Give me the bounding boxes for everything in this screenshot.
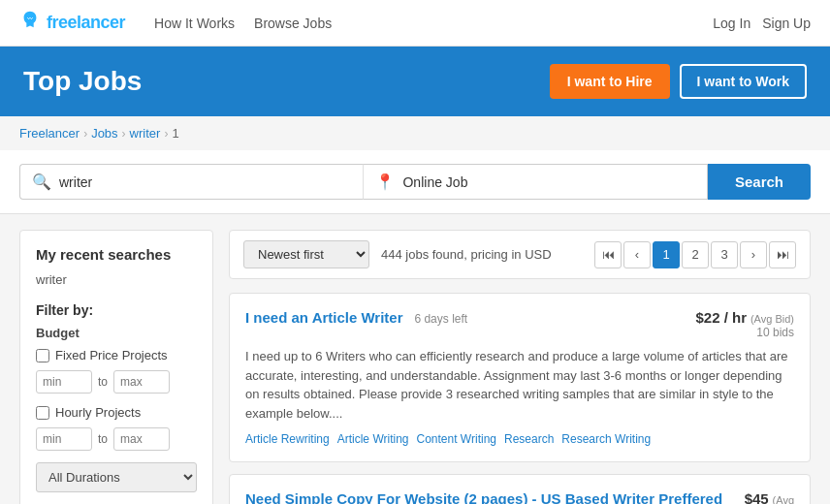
hire-button[interactable]: I want to Hire bbox=[550, 64, 670, 99]
job-card: I need an Article Writer 6 days left $22… bbox=[229, 293, 811, 462]
breadcrumb-writer[interactable]: writer bbox=[130, 126, 161, 141]
budget-label: Budget bbox=[36, 326, 197, 340]
page-prev-button[interactable]: ‹ bbox=[623, 241, 651, 268]
hourly-range-sep: to bbox=[98, 432, 108, 446]
nav-signup[interactable]: Sign Up bbox=[762, 16, 811, 31]
job-header: I need an Article Writer 6 days left $22… bbox=[245, 309, 794, 339]
hourly-row: Hourly Projects bbox=[36, 405, 197, 420]
job-tag[interactable]: Research bbox=[504, 432, 554, 446]
sort-select[interactable]: Newest first Oldest first Most relevant … bbox=[243, 240, 369, 268]
main-content: My recent searches writer Filter by: Bud… bbox=[0, 214, 830, 504]
breadcrumb: Freelancer › Jobs › writer › 1 bbox=[0, 116, 830, 150]
hero-banner: Top Jobs I want to Hire I want to Work bbox=[0, 47, 830, 116]
job-tag[interactable]: Content Writing bbox=[417, 432, 496, 446]
breadcrumb-page: 1 bbox=[172, 126, 178, 141]
search-input[interactable] bbox=[59, 174, 351, 190]
breadcrumb-freelancer[interactable]: Freelancer bbox=[19, 126, 80, 141]
sidebar: My recent searches writer Filter by: Bud… bbox=[19, 230, 213, 504]
job-card: Need Simple Copy For Website (2 pages) -… bbox=[229, 474, 811, 504]
page-first-button[interactable]: ⏮ bbox=[594, 241, 622, 268]
breadcrumb-sep-1: › bbox=[83, 127, 87, 141]
job-tags: Article Rewriting Article Writing Conten… bbox=[245, 432, 794, 446]
recent-search-item[interactable]: writer bbox=[36, 272, 197, 287]
job-tag[interactable]: Article Rewriting bbox=[245, 432, 330, 446]
hourly-checkbox[interactable] bbox=[36, 406, 49, 420]
work-button[interactable]: I want to Work bbox=[680, 64, 807, 99]
recent-searches-title: My recent searches bbox=[36, 246, 197, 263]
results-count: 444 jobs found, pricing in USD bbox=[381, 247, 583, 262]
job-bid-amount: $45 bbox=[745, 490, 769, 504]
logo-bird-icon bbox=[19, 10, 41, 37]
fixed-price-checkbox[interactable] bbox=[36, 349, 49, 362]
page-next-button[interactable]: › bbox=[740, 241, 767, 268]
fixed-price-label: Fixed Price Projects bbox=[55, 348, 168, 362]
filter-title: Filter by: bbox=[36, 302, 197, 318]
job-listings: Newest first Oldest first Most relevant … bbox=[229, 230, 811, 504]
job-bids-count: 10 bids bbox=[696, 326, 794, 339]
breadcrumb-sep-2: › bbox=[122, 127, 126, 141]
job-tag[interactable]: Article Writing bbox=[337, 432, 409, 446]
pagination: ⏮ ‹ 1 2 3 › ⏭ bbox=[594, 241, 796, 268]
job-bid: $22 / hr (Avg Bid) 10 bids bbox=[696, 309, 794, 339]
job-bid-amount: $22 / hr bbox=[696, 309, 748, 326]
breadcrumb-sep-3: › bbox=[164, 127, 168, 141]
results-toolbar: Newest first Oldest first Most relevant … bbox=[229, 230, 811, 279]
nav-browse-jobs[interactable]: Browse Jobs bbox=[254, 16, 332, 31]
nav-login[interactable]: Log In bbox=[713, 16, 750, 31]
duration-select[interactable]: All Durations Less than 1 week 1-4 weeks… bbox=[36, 462, 197, 492]
hourly-label: Hourly Projects bbox=[55, 405, 141, 420]
logo[interactable]: freelancer bbox=[19, 10, 125, 37]
nav-links: How It Works Browse Jobs bbox=[154, 16, 713, 31]
job-tag[interactable]: Research Writing bbox=[561, 432, 651, 446]
page-title: Top Jobs bbox=[23, 66, 142, 97]
page-3-button[interactable]: 3 bbox=[711, 241, 738, 268]
location-input-wrap: 📍 bbox=[363, 164, 707, 200]
navbar: freelancer How It Works Browse Jobs Log … bbox=[0, 0, 830, 47]
location-icon: 📍 bbox=[375, 173, 395, 191]
logo-text: freelancer bbox=[47, 13, 125, 33]
page-last-button[interactable]: ⏭ bbox=[769, 241, 796, 268]
job-description: I need up to 6 Writers who can efficient… bbox=[245, 347, 794, 423]
fixed-min-input[interactable] bbox=[36, 370, 92, 394]
job-bid-type: (Avg Bid) bbox=[750, 313, 794, 325]
location-input[interactable] bbox=[402, 174, 694, 190]
hourly-max-input[interactable] bbox=[113, 427, 170, 451]
fixed-max-input[interactable] bbox=[113, 370, 170, 394]
nav-actions: Log In Sign Up bbox=[713, 16, 811, 31]
hourly-range-row: to bbox=[36, 427, 197, 451]
fixed-range-row: to bbox=[36, 370, 197, 394]
job-header: Need Simple Copy For Website (2 pages) -… bbox=[245, 490, 794, 504]
fixed-price-row: Fixed Price Projects bbox=[36, 348, 197, 362]
hero-buttons: I want to Hire I want to Work bbox=[550, 64, 807, 99]
keyword-input-wrap: 🔍 bbox=[19, 164, 363, 200]
fixed-range-sep: to bbox=[98, 375, 108, 389]
job-title[interactable]: I need an Article Writer bbox=[245, 309, 403, 326]
job-title[interactable]: Need Simple Copy For Website (2 pages) -… bbox=[245, 490, 722, 504]
breadcrumb-jobs[interactable]: Jobs bbox=[91, 126, 117, 141]
search-button[interactable]: Search bbox=[708, 164, 811, 200]
job-bid: $45 (Avg Bid) 13 bids bbox=[730, 490, 794, 504]
page-2-button[interactable]: 2 bbox=[682, 241, 709, 268]
hourly-min-input[interactable] bbox=[36, 427, 92, 451]
page-1-button[interactable]: 1 bbox=[653, 241, 680, 268]
job-bid-amount-wrap: $45 (Avg Bid) bbox=[730, 490, 794, 504]
job-title-wrap: I need an Article Writer 6 days left bbox=[245, 309, 467, 326]
search-bar: 🔍 📍 Search bbox=[0, 150, 830, 214]
nav-how-it-works[interactable]: How It Works bbox=[154, 16, 235, 31]
job-bid-amount-wrap: $22 / hr (Avg Bid) bbox=[696, 309, 794, 326]
job-title-wrap: Need Simple Copy For Website (2 pages) -… bbox=[245, 490, 730, 504]
search-icon: 🔍 bbox=[32, 173, 51, 191]
job-bid-type: (Avg Bid) bbox=[773, 494, 794, 504]
job-time: 6 days left bbox=[414, 312, 467, 326]
